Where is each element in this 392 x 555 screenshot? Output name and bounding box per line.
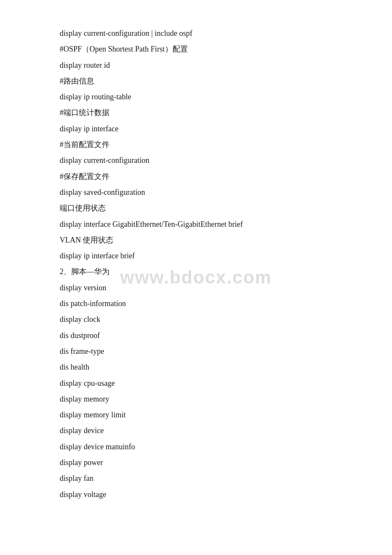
line28: display power — [60, 455, 358, 471]
line29: display fan — [60, 471, 358, 486]
line2: #OSPF（Open Shortest Path First）配置 — [60, 41, 358, 57]
line5: display ip routing-table — [60, 89, 358, 105]
line18: dis patch-information — [60, 296, 358, 312]
line20: dis dustproof — [60, 328, 358, 344]
line19: display clock — [60, 312, 358, 327]
line9: display current-configuration — [60, 153, 358, 168]
line10: #保存配置文件 — [60, 169, 358, 185]
line22: dis health — [60, 359, 358, 375]
line24: display memory — [60, 391, 358, 407]
line7: display ip interface — [60, 121, 358, 137]
line11: display saved-configuration — [60, 185, 358, 200]
line16: 2、脚本—华为 — [60, 264, 358, 280]
line15: display ip interface brief — [60, 248, 358, 264]
line4: #路由信息 — [60, 73, 358, 89]
line21: dis frame-type — [60, 344, 358, 359]
line25: display memory limit — [60, 407, 358, 423]
line17: display version — [60, 280, 358, 296]
line12: 端口使用状态 — [60, 200, 358, 216]
line13: display interface GigabitEthernet/Ten-Gi… — [60, 217, 358, 232]
line26: display device — [60, 423, 358, 439]
line1: display current-configuration | include … — [60, 26, 358, 41]
content-block: display current-configuration | include … — [60, 26, 358, 503]
line8: #当前配置文件 — [60, 137, 358, 153]
line3: display router id — [60, 58, 358, 73]
line23: display cpu-usage — [60, 376, 358, 391]
line6: #端口统计数据 — [60, 105, 358, 121]
line30: display voltage — [60, 487, 358, 503]
line27: display device manuinfo — [60, 439, 358, 455]
line14: VLAN 使用状态 — [60, 232, 358, 248]
